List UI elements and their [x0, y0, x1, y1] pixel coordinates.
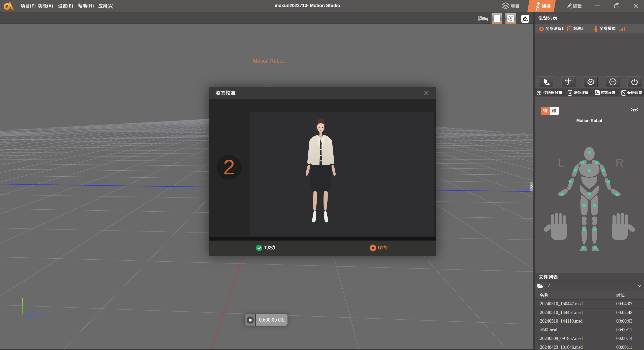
- svg-text:L: L: [558, 157, 564, 169]
- svg-text:R: R: [616, 157, 624, 169]
